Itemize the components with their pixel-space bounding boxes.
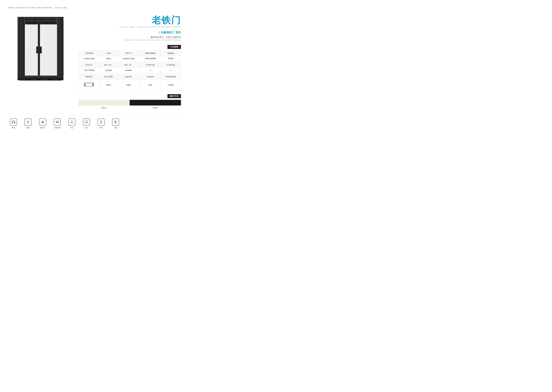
svg-rect-27	[39, 24, 40, 76]
swatch-label-white: 肌肤白	[101, 106, 107, 109]
table-header: 单扇（宽）	[100, 63, 117, 68]
feature-stylish: 时尚美观	[52, 119, 63, 129]
svg-rect-7	[42, 17, 43, 24]
table-row: 主型材壁厚 门扇宽 外框尺寸 标配玻璃规格 标配锁具	[79, 51, 181, 56]
svg-rect-47	[42, 76, 44, 77]
svg-line-69	[29, 123, 29, 123]
color-swatch-black: 肌肤黑	[130, 100, 181, 109]
swatch-label-black: 肌肤黑	[153, 106, 158, 109]
table-cell: 115MM/173MM	[117, 56, 140, 61]
safety-icon	[83, 119, 90, 126]
svg-rect-36	[24, 17, 25, 24]
product-subtitle: | LAO TIE MEN – HANGING TRIP/SLIDING DOO…	[78, 26, 181, 28]
params-section-label: 产品参数	[78, 45, 181, 49]
table-cell: 1500MM	[100, 68, 117, 73]
svg-rect-55	[84, 84, 94, 86]
table-cell: 16MM	[100, 56, 117, 61]
feature-label: 环保	[99, 127, 103, 129]
stylish-icon	[54, 119, 61, 126]
table-header: 双包最低墙厚	[161, 74, 181, 79]
door-frame	[12, 14, 69, 84]
product-image-area	[8, 14, 73, 84]
feature-label: 时尚美观	[54, 127, 60, 129]
table-header: 包边包墙	[117, 74, 140, 79]
feature-eco: 环保	[96, 119, 106, 129]
table-cell: 2900MM	[117, 68, 140, 73]
feature-safety: 安全	[81, 119, 92, 129]
svg-rect-56	[84, 84, 86, 86]
svg-point-41	[29, 23, 31, 24]
feature-professional: 专业	[66, 119, 77, 129]
table-cell: 115MM	[161, 79, 181, 90]
tagline-en: MINIMALIST AESTHETIC DESIGN, BORN FOR RE…	[78, 39, 181, 41]
table-header: 单扇（高）	[117, 63, 140, 68]
feature-heat-insulation: 隔热	[23, 119, 34, 129]
tagline-zh: 极简美学设计，为复古浪漫而生	[78, 36, 181, 39]
table-cell: 20MM	[117, 79, 140, 90]
svg-rect-13	[20, 17, 21, 80]
table-header: 开启方式	[79, 63, 100, 68]
svg-rect-18	[59, 17, 60, 80]
table-spacer	[79, 61, 181, 63]
table-header: 包边可视面	[100, 74, 117, 79]
color-badge: 颜色可选	[167, 94, 181, 98]
svg-rect-16	[57, 17, 58, 80]
svg-line-68	[27, 121, 27, 121]
svg-rect-49	[63, 21, 63, 74]
svg-rect-52	[31, 79, 36, 80]
feature-energy-saving: eco 节能	[110, 119, 121, 129]
svg-line-71	[27, 123, 27, 123]
feature-label: 专业	[70, 127, 73, 129]
table-header: 标配玻璃规格	[140, 51, 161, 56]
table-header: 门扇宽	[100, 51, 117, 56]
params-badge: 产品参数	[167, 45, 181, 49]
feature-label: 易清洁	[40, 127, 45, 129]
svg-point-63	[27, 121, 29, 123]
svg-rect-28	[23, 24, 25, 76]
product-title: 老铁门	[78, 15, 181, 25]
table-row: 50MM 20MM 0MM 115MM	[79, 79, 181, 90]
svg-rect-45	[24, 76, 57, 76]
feature-easy-clean: 易清洁	[37, 119, 48, 129]
svg-rect-14	[22, 17, 23, 80]
svg-rect-8	[50, 17, 51, 24]
svg-rect-38	[24, 76, 57, 77]
svg-point-79	[71, 121, 72, 122]
swatch-box-white	[78, 100, 130, 105]
table-cell: √	[161, 68, 181, 73]
table-header: 主型材壁厚	[79, 51, 100, 56]
table-spacer	[79, 73, 181, 74]
feature-label: 节能	[114, 127, 117, 129]
product-series: | 吊趟/推拉门 系列	[78, 31, 181, 34]
energy-saving-icon: eco	[112, 119, 119, 126]
main-content: 老铁门 | LAO TIE MEN – HANGING TRIP/SLIDING…	[8, 14, 181, 109]
info-panel: 老铁门 | LAO TIE MEN – HANGING TRIP/SLIDING…	[78, 14, 181, 109]
table-cell: 1.4MM/2.0MM	[79, 56, 100, 61]
table-row: 开启方式 单扇（宽） 单扇（高） 可否带气窗 可否带扣板	[79, 63, 181, 68]
heat-insulation-icon	[25, 119, 32, 126]
svg-rect-51	[20, 79, 26, 80]
params-section: 产品参数 主型材壁厚 门扇宽 外框尺寸 标配玻璃规格 标配锁具 1.4MM/2.…	[78, 45, 181, 90]
table-header: 标配锁具	[161, 51, 181, 56]
professional-icon	[68, 119, 75, 126]
svg-point-78	[57, 121, 57, 121]
color-section: 颜色可选 肌肤白 肌肤黑	[78, 94, 181, 109]
table-header: 外框尺寸	[117, 51, 140, 56]
table-cell: 5MM压花玻璃	[140, 56, 161, 61]
feature-label: 安全	[85, 127, 88, 129]
table-row: 二轨/三轨推拉 1500MM 2900MM √ √	[79, 68, 181, 73]
color-section-label: 颜色可选	[78, 94, 181, 98]
swatch-box-black	[130, 100, 181, 105]
svg-rect-40	[41, 25, 44, 52]
table-cell: 双勾锁	[161, 56, 181, 61]
svg-point-42	[33, 23, 36, 24]
svg-rect-53	[42, 79, 47, 80]
table-cell: 二轨/三轨推拉	[79, 68, 100, 73]
svg-point-44	[52, 23, 54, 24]
feature-noise-reduction: 降噪	[8, 119, 19, 129]
svg-rect-54	[53, 79, 58, 80]
svg-point-43	[45, 23, 47, 24]
svg-rect-5	[26, 17, 27, 24]
feature-label: 降噪	[12, 127, 15, 129]
svg-rect-12	[19, 17, 20, 80]
